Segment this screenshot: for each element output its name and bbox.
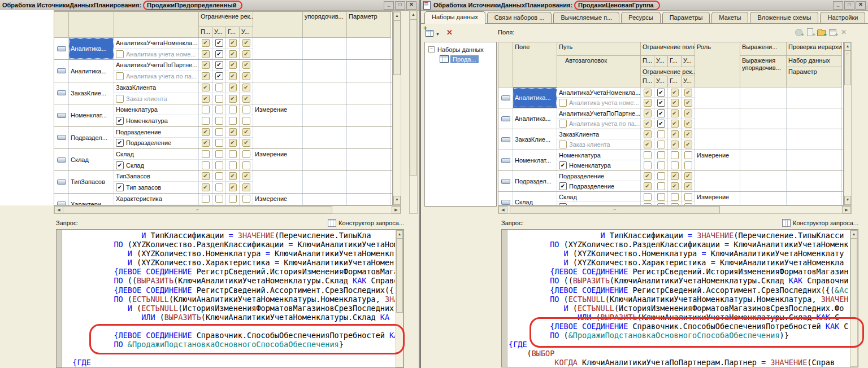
checkbox[interactable] bbox=[242, 161, 250, 169]
checkbox[interactable] bbox=[684, 99, 692, 107]
checkbox[interactable] bbox=[116, 50, 124, 58]
scrollbar-thumb[interactable] bbox=[410, 19, 417, 176]
checkbox[interactable] bbox=[116, 161, 124, 169]
role-cell[interactable]: Измерение bbox=[253, 104, 303, 126]
checkbox[interactable] bbox=[215, 72, 223, 80]
checkbox[interactable] bbox=[202, 106, 210, 113]
role-cell[interactable] bbox=[253, 82, 303, 104]
restriction-cell[interactable] bbox=[682, 139, 695, 150]
scroll-left-icon[interactable]: ◀ bbox=[54, 206, 63, 213]
restriction-cell[interactable] bbox=[199, 71, 212, 82]
fields-table[interactable]: Ограничение рек... П... У... Г... У... у… bbox=[54, 11, 393, 205]
restriction-cell[interactable] bbox=[240, 160, 253, 170]
column-header-dataset[interactable]: Набор данных bbox=[787, 56, 842, 67]
restriction-cell[interactable] bbox=[226, 104, 240, 115]
checkbox[interactable] bbox=[684, 130, 692, 138]
hierarchy-cell[interactable] bbox=[787, 192, 842, 205]
query-vertical-scrollbar[interactable]: ▲ bbox=[396, 230, 403, 367]
checkbox[interactable] bbox=[559, 182, 567, 190]
field-name-cell[interactable]: Подраздел... bbox=[69, 127, 114, 148]
field-row[interactable]: Номенклат...НоменклатураНоменклатураИзме… bbox=[54, 104, 392, 126]
restriction-cell[interactable] bbox=[682, 171, 695, 181]
restriction-cell[interactable] bbox=[654, 108, 668, 119]
restriction-cell[interactable] bbox=[226, 171, 240, 182]
column-header-hierarchy[interactable]: Проверка иерархии: bbox=[787, 42, 842, 56]
checkbox[interactable] bbox=[242, 106, 250, 113]
restriction-cell[interactable] bbox=[199, 194, 212, 204]
checkbox[interactable] bbox=[671, 89, 679, 97]
restriction-cell[interactable] bbox=[240, 138, 253, 148]
column-header-record-restriction[interactable]: Ограничение рек... bbox=[199, 12, 253, 27]
column-header-autoheader[interactable]: Автозаголовок bbox=[557, 56, 641, 87]
field-autoheader-cell[interactable]: Тип запасов bbox=[114, 182, 199, 192]
checkbox[interactable] bbox=[559, 141, 567, 148]
checkbox[interactable] bbox=[202, 72, 210, 80]
column-header-u2[interactable]: У... bbox=[240, 27, 253, 38]
restriction-cell[interactable] bbox=[641, 139, 654, 150]
scroll-up-icon[interactable]: ▲ bbox=[393, 12, 401, 21]
checkbox[interactable] bbox=[242, 195, 250, 203]
field-path-cell[interactable]: ЗаказКлиента bbox=[557, 129, 641, 139]
role-cell[interactable] bbox=[253, 171, 303, 192]
field-path-cell[interactable]: Характеристика bbox=[114, 194, 199, 204]
restriction-cell[interactable] bbox=[641, 192, 654, 202]
scroll-up-icon[interactable]: ▲ bbox=[410, 11, 417, 20]
checkbox[interactable] bbox=[202, 39, 210, 47]
expression-cell[interactable] bbox=[740, 192, 787, 205]
checkbox[interactable] bbox=[202, 183, 210, 191]
checkbox[interactable] bbox=[671, 120, 679, 128]
checkbox[interactable] bbox=[215, 128, 223, 136]
field-path-cell[interactable]: АналитикаУчетаНоменкла... bbox=[114, 38, 199, 49]
checkbox[interactable] bbox=[202, 50, 210, 58]
checkbox[interactable] bbox=[229, 106, 237, 113]
restriction-cell[interactable] bbox=[199, 182, 212, 192]
field-name-cell[interactable]: Склад bbox=[69, 149, 114, 170]
expression-cell[interactable] bbox=[740, 171, 787, 191]
restriction-cell[interactable] bbox=[212, 38, 226, 49]
restriction-cell[interactable] bbox=[682, 129, 695, 139]
restriction-cell[interactable] bbox=[641, 129, 654, 139]
column-header-field-restriction[interactable]: Ограничение поля bbox=[641, 42, 695, 56]
restriction-cell[interactable] bbox=[654, 119, 668, 129]
field-name-cell[interactable]: Номенклат... bbox=[513, 150, 557, 170]
checkbox[interactable] bbox=[684, 182, 692, 190]
checkbox[interactable] bbox=[215, 106, 223, 113]
restriction-cell[interactable] bbox=[212, 104, 226, 115]
field-path-cell[interactable]: ЗаказКлиента bbox=[114, 82, 199, 93]
restriction-cell[interactable] bbox=[226, 194, 240, 204]
restriction-cell[interactable] bbox=[668, 150, 682, 160]
role-cell[interactable] bbox=[695, 87, 740, 108]
checkbox[interactable] bbox=[671, 193, 679, 201]
field-path-cell[interactable]: Подразделение bbox=[114, 127, 199, 138]
hierarchy-cell[interactable] bbox=[347, 60, 391, 81]
field-name-cell[interactable]: Аналитика... bbox=[69, 60, 114, 81]
column-header-field[interactable]: Поле bbox=[513, 42, 557, 87]
restriction-cell[interactable] bbox=[240, 38, 253, 49]
field-path-cell[interactable]: АналитикаУчетаПоПартне... bbox=[114, 60, 199, 71]
checkbox[interactable] bbox=[215, 195, 223, 203]
checkbox[interactable] bbox=[657, 161, 665, 169]
restriction-cell[interactable] bbox=[668, 160, 682, 170]
hierarchy-cell[interactable] bbox=[347, 127, 391, 148]
add-field-icon[interactable]: + bbox=[794, 28, 804, 37]
field-autoheader-cell[interactable]: Заказ клиента bbox=[557, 139, 641, 150]
checkbox[interactable] bbox=[215, 61, 223, 69]
checkbox[interactable] bbox=[242, 50, 250, 58]
restriction-cell[interactable] bbox=[240, 127, 253, 138]
hierarchy-cell[interactable] bbox=[347, 171, 391, 192]
checkbox[interactable] bbox=[671, 141, 679, 148]
restriction-cell[interactable] bbox=[212, 194, 226, 204]
checkbox[interactable] bbox=[229, 84, 237, 91]
restriction-cell[interactable] bbox=[212, 160, 226, 170]
expression-cell[interactable] bbox=[303, 38, 347, 59]
tree-item-datasets-root[interactable]: − Наборы данных bbox=[425, 45, 496, 54]
restriction-cell[interactable] bbox=[654, 139, 668, 150]
checkbox[interactable] bbox=[242, 150, 250, 158]
checkbox[interactable] bbox=[202, 117, 210, 125]
field-path-cell[interactable]: Номенклатура bbox=[114, 104, 199, 115]
restriction-cell[interactable] bbox=[212, 127, 226, 138]
restriction-cell[interactable] bbox=[668, 119, 682, 129]
column-header-expression[interactable]: Выражени... bbox=[740, 42, 787, 56]
field-autoheader-cell[interactable]: Склад bbox=[114, 160, 199, 170]
field-autoheader-cell[interactable]: Аналитика учета по па... bbox=[557, 119, 641, 129]
